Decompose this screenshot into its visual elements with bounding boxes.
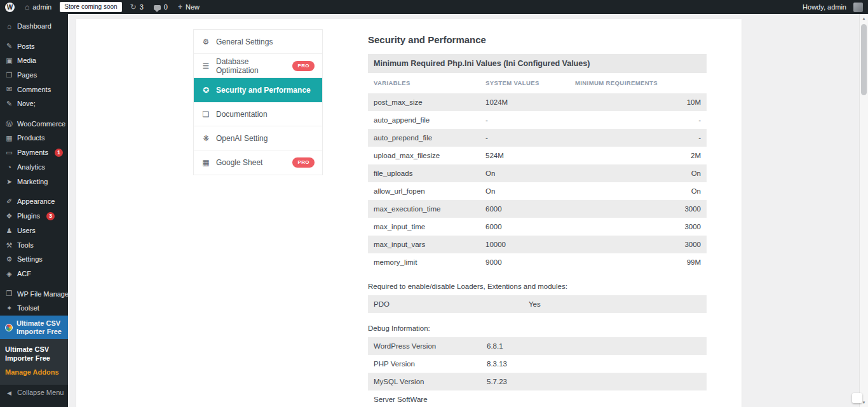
- security-badge-icon: ✪: [201, 86, 210, 94]
- spreadsheet-icon: ▦: [201, 159, 210, 166]
- scroll-up-button[interactable]: [860, 14, 868, 23]
- loader-name-cell: PDO: [368, 295, 523, 313]
- sidebar-item-users[interactable]: ♟ Users: [0, 224, 68, 238]
- variable-cell: max_input_time: [368, 218, 480, 236]
- pages-icon: ❐: [5, 72, 13, 79]
- variable-cell: max_execution_time: [368, 200, 480, 218]
- settings-tab-google-sheet[interactable]: ▦ Google Sheet PRO: [194, 150, 322, 175]
- sidebar-item-appearance[interactable]: ✐ Appearance: [0, 194, 68, 209]
- admin-sidebar: ⌂ Dashboard ✎ Posts ▣ Media ❐ Pages: [0, 14, 68, 407]
- sidebar-item-analytics[interactable]: ◔ Analytics: [0, 160, 68, 175]
- debug-name-cell: WordPress Version: [368, 337, 481, 355]
- variable-cell: upload_max_filesize: [368, 147, 480, 164]
- sidebar-subitem-ultimate-csv-importer-free[interactable]: Ultimate CSV Importer Free: [0, 343, 68, 366]
- toolset-icon: ✦: [5, 305, 13, 312]
- phpini-table-caption: Minimum Required Php.Ini Values (Ini Con…: [368, 54, 707, 73]
- debug-name-cell: Server SoftWare: [368, 390, 481, 407]
- sidebar-item-media[interactable]: ▣ Media: [0, 53, 68, 68]
- debug-value-cell: 8.3.13: [481, 355, 707, 373]
- my-account-menu[interactable]: Howdy, admin: [797, 0, 868, 14]
- debug-row-php-version: PHP Version 8.3.13: [368, 355, 707, 373]
- sidebar-item-woocommerce[interactable]: Ⓦ WooCommerce: [0, 117, 68, 131]
- phpini-table: VARIABLES SYSTEM VALUES MINIMUM REQUIREM…: [368, 73, 707, 271]
- updates-count: 3: [140, 3, 144, 11]
- plugin-settings-card: ⚙ General Settings ☰ Database Optimizati…: [76, 19, 742, 407]
- settings-tab-documentation[interactable]: ❏ Documentation: [194, 102, 322, 126]
- sidebar-item-toolset[interactable]: ✦ Toolset: [0, 301, 68, 316]
- admin-bar-right: Howdy, admin: [797, 0, 868, 14]
- woocommerce-icon: Ⓦ: [5, 121, 13, 128]
- sidebar-subitem-manage-addons[interactable]: Manage Addons: [0, 366, 68, 380]
- minimum-requirement-cell: 3000: [569, 236, 707, 253]
- users-icon: ♟: [5, 227, 13, 234]
- admin-bar: admin Store coming soon 3 0 New Howdy, a…: [0, 0, 868, 14]
- settings-tab-general-settings[interactable]: ⚙ General Settings: [194, 30, 322, 54]
- home-icon: [25, 3, 29, 11]
- minimum-requirement-cell: 3000: [569, 200, 707, 218]
- phpini-row-memory-limit: memory_limit 9000 99M: [368, 253, 707, 271]
- pro-badge: PRO: [292, 61, 315, 71]
- phpini-table-head: VARIABLES SYSTEM VALUES MINIMUM REQUIREM…: [368, 73, 707, 93]
- phpini-row-max-input-vars: max_input_vars 10000 3000: [368, 236, 707, 253]
- plus-icon: [178, 3, 182, 11]
- variable-cell: max_input_vars: [368, 236, 480, 253]
- floating-widget[interactable]: [852, 393, 862, 403]
- settings-tab-database-optimization[interactable]: ☰ Database Optimization PRO: [194, 54, 322, 78]
- minimum-requirement-cell: -: [569, 111, 707, 129]
- comments-menu[interactable]: 0: [149, 0, 173, 14]
- scrollbar-thumb[interactable]: [861, 24, 867, 95]
- debug-table: WordPress Version 6.8.1 PHP Version 8.3.…: [368, 337, 707, 407]
- system-value-cell: 1024M: [480, 93, 569, 111]
- count-badge: 1: [55, 149, 63, 157]
- sidebar-item-payments[interactable]: ▭ Payments 1: [0, 145, 68, 160]
- sidebar-item-dashboard[interactable]: ⌂ Dashboard: [0, 19, 68, 34]
- phpini-row-upload-max-filesize: upload_max_filesize 524M 2M: [368, 147, 707, 164]
- debug-heading: Debug Information:: [368, 324, 707, 332]
- sidebar-item-plugins[interactable]: ❖ Plugins 3: [0, 209, 68, 224]
- sidebar-submenu: Ultimate CSV Importer Free Manage Addons: [0, 339, 68, 385]
- collapse-menu-button[interactable]: Collapse Menu: [0, 385, 68, 399]
- system-value-cell: 6000: [480, 200, 569, 218]
- system-value-cell: On: [480, 182, 569, 200]
- debug-value-cell: 6.8.1: [481, 337, 707, 355]
- updates-menu[interactable]: 3: [125, 0, 149, 14]
- variable-cell: auto_prepend_file: [368, 129, 480, 147]
- sidebar-item-comments[interactable]: ✉ Comments: [0, 83, 68, 97]
- sidebar-item-marketing[interactable]: ➤ Marketing: [0, 175, 68, 189]
- database-icon: ☰: [201, 62, 210, 70]
- sidebar-menu: ⌂ Dashboard ✎ Posts ▣ Media ❐ Pages: [0, 14, 68, 339]
- sidebar-item-posts[interactable]: ✎ Posts: [0, 39, 68, 54]
- debug-row-wordpress-version: WordPress Version 6.8.1: [368, 337, 707, 355]
- dashboard-icon: ⌂: [5, 23, 13, 30]
- sidebar-item-settings[interactable]: ⚙ Settings: [0, 252, 68, 267]
- sidebar-item-tools[interactable]: ⚒ Tools: [0, 238, 68, 253]
- avatar: [853, 3, 863, 12]
- sidebar-item-ultimate-csv-importer-free[interactable]: Ultimate CSV Importer Free: [0, 316, 68, 339]
- comments-count: 0: [164, 3, 168, 11]
- products-icon: ▦: [5, 135, 13, 142]
- column-header-minimum-requirements: MINIMUM REQUIREMENTS: [569, 73, 707, 93]
- sidebar-item-nove[interactable]: ✎ Nove;: [0, 97, 68, 111]
- sidebar-item-products[interactable]: ▦ Products: [0, 131, 68, 145]
- debug-row-mysql-version: MySQL Version 5.7.23: [368, 373, 707, 390]
- variable-cell: memory_limit: [368, 253, 480, 271]
- settings-tab-openai-setting[interactable]: ❋ OpenAI Setting: [194, 126, 322, 150]
- wordpress-menu[interactable]: [0, 0, 20, 14]
- phpini-row-auto-append-file: auto_append_file - -: [368, 111, 707, 129]
- payments-icon: ▭: [5, 149, 13, 156]
- phpini-row-file-uploads: file_uploads On On: [368, 164, 707, 182]
- appearance-icon: ✐: [5, 198, 13, 205]
- sidebar-item-pages[interactable]: ❐ Pages: [0, 68, 68, 83]
- new-content-menu[interactable]: New: [173, 0, 205, 14]
- minimum-requirement-cell: -: [569, 129, 707, 147]
- comments-icon: [154, 5, 161, 10]
- site-name-menu[interactable]: admin: [20, 0, 57, 14]
- sidebar-item-wp-file-manager[interactable]: ❒ WP File Manager: [0, 287, 68, 302]
- debug-row-server-software: Server SoftWare: [368, 390, 707, 407]
- phpini-row-auto-prepend-file: auto_prepend_file - -: [368, 129, 707, 147]
- settings-icon: ⚙: [5, 256, 13, 263]
- settings-tab-security-and-performance[interactable]: ✪ Security and Performance: [194, 78, 322, 102]
- sidebar-item-acf[interactable]: ◈ ACF: [0, 267, 68, 281]
- variable-cell: file_uploads: [368, 164, 480, 182]
- scrollbar-track[interactable]: [859, 14, 868, 407]
